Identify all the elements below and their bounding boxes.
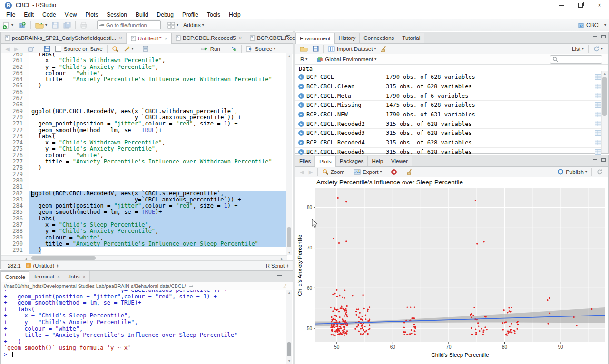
goto-file-input[interactable] xyxy=(105,22,157,29)
publish-button[interactable]: Publish ▾ xyxy=(556,167,588,177)
code-line[interactable]: 266 xyxy=(1,89,287,96)
tab-tutorial[interactable]: Tutorial xyxy=(398,33,424,43)
code-line[interactable]: 272 geom_smooth(method = lm, se = TRUE)+ xyxy=(1,127,287,134)
popout-icon[interactable] xyxy=(27,44,36,54)
code-line[interactable]: 290 title = "Anxiety Percentile's Influe… xyxy=(1,241,287,247)
close-icon[interactable]: × xyxy=(239,35,242,41)
open-file-button[interactable]: ▾ xyxy=(34,20,48,30)
tab-peabrain-s-sp21-carlyschofieldquesti-[interactable]: peaBRAIN-s_SP21_CarlySchofieldquesti...× xyxy=(1,33,127,43)
refresh-icon[interactable]: ▾ xyxy=(592,44,604,54)
console-prompt[interactable]: > xyxy=(4,352,237,358)
clear-environment-icon[interactable] xyxy=(380,44,389,54)
menu-edit[interactable]: Edit xyxy=(20,11,38,19)
goto-directory-icon[interactable] xyxy=(187,284,194,288)
view-table-icon[interactable] xyxy=(595,74,601,81)
print-icon[interactable] xyxy=(79,20,88,30)
code-line[interactable]: 287 x = "Child's Sleep Percentile", xyxy=(1,222,287,228)
document-selector[interactable]: (Untitled) xyxy=(33,263,55,268)
expand-icon[interactable]: ▶ xyxy=(298,102,304,108)
view-table-icon[interactable] xyxy=(595,121,601,128)
expand-icon[interactable]: ▶ xyxy=(298,149,304,155)
tab-files[interactable]: Files xyxy=(295,156,315,166)
env-object-row[interactable]: ▶BCP.CBCL.Meta1790 obs. of 6 variables xyxy=(295,91,608,101)
restore-button[interactable] xyxy=(571,0,590,10)
tab-bcp-cbcl-recoded5[interactable]: BCP.CBCL.Recoded5× xyxy=(172,33,246,43)
save-all-icon[interactable] xyxy=(62,20,72,30)
code-tools-icon[interactable]: ▾ xyxy=(122,44,135,54)
close-icon[interactable]: × xyxy=(119,35,122,41)
close-icon[interactable]: × xyxy=(82,274,85,279)
zoom-plot-button[interactable]: Zoom xyxy=(321,167,345,177)
scroll-up-icon[interactable]: ▲ xyxy=(602,71,608,76)
next-plot-icon[interactable]: ▶ xyxy=(308,167,314,177)
pane-minimize-icon[interactable] xyxy=(276,34,282,39)
compile-notebook-icon[interactable] xyxy=(142,44,149,54)
save-icon[interactable] xyxy=(51,20,59,30)
project-selector[interactable]: R CBCL ▾ xyxy=(578,22,606,29)
code-line[interactable]: 265 ) xyxy=(1,83,287,89)
env-object-row[interactable]: ▶BCP.CBCL.Recoded3315 obs. of 628 variab… xyxy=(295,129,608,138)
code-line[interactable]: 276 colour = "white", xyxy=(1,153,287,159)
close-icon[interactable]: × xyxy=(165,36,167,41)
import-dataset-button[interactable]: Import Dataset ▾ xyxy=(327,44,377,54)
code-line[interactable]: 284 geom_point(position = "jitter",colou… xyxy=(1,203,287,209)
view-table-icon[interactable] xyxy=(595,93,601,100)
scroll-down-icon[interactable]: ▼ xyxy=(286,358,292,364)
menu-debug[interactable]: Debug xyxy=(153,11,178,19)
menu-file[interactable]: File xyxy=(2,11,20,19)
env-object-row[interactable]: ▶BCP_CBCL1790 obs. of 628 variables xyxy=(295,73,608,82)
expand-icon[interactable]: ▶ xyxy=(298,121,304,127)
code-line[interactable]: 286 labs( xyxy=(1,216,287,222)
tab-plots[interactable]: Plots xyxy=(315,156,336,167)
scroll-up-icon[interactable]: ▲ xyxy=(286,53,292,58)
menu-code[interactable]: Code xyxy=(38,11,60,19)
env-object-row[interactable]: ▶BCP.CBCL.Recoded4315 obs. of 628 variab… xyxy=(295,138,608,148)
source-on-save-checkbox[interactable]: Source on Save xyxy=(54,44,104,54)
new-project-button[interactable]: R xyxy=(17,20,27,30)
code-line[interactable]: 277 title = "Anxiety Percentile's Influe… xyxy=(1,159,287,165)
env-object-row[interactable]: ▶BCP.CBCL.NEW1790 obs. of 631 variables xyxy=(295,110,608,120)
tab-jobs[interactable]: Jobs× xyxy=(64,271,90,282)
previous-plot-icon[interactable]: ◀ xyxy=(299,167,305,177)
menu-session[interactable]: Session xyxy=(102,11,131,19)
pane-minimize-icon[interactable] xyxy=(592,34,598,39)
code-line[interactable]: 267 xyxy=(1,96,287,102)
minimize-button[interactable] xyxy=(552,0,571,10)
tab-untitled1-[interactable]: Untitled1*× xyxy=(127,33,172,44)
code-line[interactable]: 285 geom_smooth(method = lm, se = TRUE)+ xyxy=(1,209,287,215)
environment-vscrollbar[interactable]: ▲ xyxy=(601,71,608,153)
forward-icon[interactable]: ▶ xyxy=(13,44,20,54)
load-workspace-icon[interactable] xyxy=(299,44,309,54)
code-line[interactable]: 263 colour = "white", xyxy=(1,70,287,77)
menu-build[interactable]: Build xyxy=(131,11,153,19)
save-workspace-icon[interactable] xyxy=(312,44,320,54)
view-table-icon[interactable] xyxy=(595,84,601,91)
menu-help[interactable]: Help xyxy=(225,11,245,19)
tab-connections[interactable]: Connections xyxy=(360,33,398,43)
remove-plot-icon[interactable] xyxy=(390,167,398,177)
environment-selector[interactable]: Global Environment ▾ xyxy=(315,55,377,64)
new-file-button[interactable]: ▾ xyxy=(1,20,14,30)
environment-search-box[interactable] xyxy=(550,55,602,64)
menu-tools[interactable]: Tools xyxy=(203,11,225,19)
env-object-row[interactable]: ▶BCP.CBCL.Missing1475 obs. of 628 variab… xyxy=(295,101,608,110)
env-object-row[interactable]: ▶BCP.CBCL.Recoded2315 obs. of 628 variab… xyxy=(295,119,608,129)
editor-vscrollbar[interactable]: ▲ ▼ xyxy=(286,53,292,255)
tab-terminal[interactable]: Terminal× xyxy=(29,271,64,282)
pane-maximize-icon[interactable] xyxy=(285,273,291,278)
tab-viewer[interactable]: Viewer xyxy=(387,156,412,166)
expand-icon[interactable]: ▶ xyxy=(298,74,304,80)
tab-console[interactable]: Console xyxy=(1,271,29,282)
code-line[interactable]: 268 xyxy=(1,102,287,108)
code-line[interactable]: 261 x = "Child's Withdrawn Percentile", xyxy=(1,57,287,64)
view-table-icon[interactable] xyxy=(595,140,601,147)
code-line[interactable]: 288 y = "Child's Anxiety Percentile", xyxy=(1,228,287,234)
env-object-row[interactable]: ▶BCP.CBCL.Clean315 obs. of 628 variables xyxy=(295,82,608,92)
back-icon[interactable]: ◀ xyxy=(4,44,10,54)
panes-layout-button[interactable]: ▾ xyxy=(167,20,179,30)
code-line[interactable]: 274 x = "Child's Withdrawn Percentile", xyxy=(1,140,287,146)
code-line[interactable]: 278 ) xyxy=(1,165,287,171)
tab-help[interactable]: Help xyxy=(368,156,387,166)
expand-icon[interactable]: ▶ xyxy=(298,84,304,89)
code-line[interactable]: 270 y=`CBCL.anxious_percentile`)) + xyxy=(1,115,287,121)
